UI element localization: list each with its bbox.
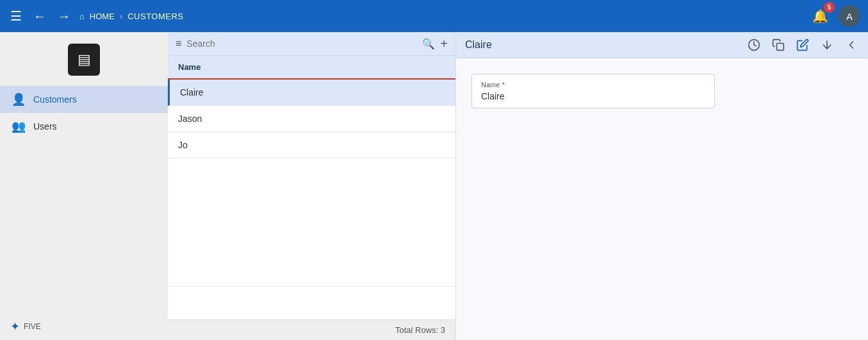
list-rows: Claire Jason Jo xyxy=(168,80,455,319)
list-footer: Total Rows: 3 xyxy=(168,319,455,340)
search-button[interactable]: 🔍 xyxy=(422,38,435,50)
home-icon: ⌂ xyxy=(79,12,85,21)
name-field-group: Name * Claire xyxy=(471,74,715,108)
svg-rect-1 xyxy=(777,44,784,51)
users-icon: 👥 xyxy=(12,119,26,133)
topbar-right: 🔔 5 A xyxy=(810,5,860,27)
save-icon xyxy=(821,38,833,51)
total-rows-label: Total Rows: 3 xyxy=(395,325,445,335)
list-item[interactable]: Claire xyxy=(168,80,455,106)
notification-wrapper: 🔔 5 xyxy=(810,6,831,26)
menu-button[interactable]: ☰ xyxy=(8,6,24,26)
detail-panel: Claire xyxy=(456,32,868,340)
name-field-value: Claire xyxy=(481,91,705,101)
list-column-header: Name xyxy=(168,56,455,80)
list-panel: ≡ 🔍 + Name Claire Jason Jo Total Rows: xyxy=(168,32,456,340)
sidebar-item-customers[interactable]: 👤 Customers xyxy=(0,86,168,113)
sidebar: ▤ 👤 Customers 👥 Users ✦ FIVE xyxy=(0,32,168,340)
logo-icon: ▤ xyxy=(78,51,91,68)
forward-icon: → xyxy=(58,9,70,24)
panels: ≡ 🔍 + Name Claire Jason Jo Total Rows: xyxy=(168,32,868,340)
list-item-empty xyxy=(168,158,455,287)
list-toolbar: ≡ 🔍 + xyxy=(168,32,455,56)
back-button[interactable]: ← xyxy=(31,6,49,26)
breadcrumb: ⌂ HOME › CUSTOMERS xyxy=(79,12,803,21)
notification-badge: 5 xyxy=(824,2,835,13)
copy-icon xyxy=(772,38,785,51)
five-logo-label: FIVE xyxy=(24,322,41,331)
filter-icon[interactable]: ≡ xyxy=(176,38,181,49)
sidebar-label-users: Users xyxy=(33,121,57,132)
edit-button[interactable] xyxy=(795,37,810,53)
add-record-button[interactable]: + xyxy=(440,37,448,50)
history-button[interactable] xyxy=(746,37,762,53)
page-title: CUSTOMERS xyxy=(127,12,183,21)
app-logo: ▤ xyxy=(68,44,100,76)
name-field-label: Name * xyxy=(481,81,705,89)
detail-body: Name * Claire xyxy=(456,58,868,340)
list-item-name: Jo xyxy=(178,140,188,150)
close-icon xyxy=(845,38,858,51)
sidebar-label-customers: Customers xyxy=(33,94,77,105)
search-input[interactable] xyxy=(186,38,417,49)
breadcrumb-separator: › xyxy=(120,12,122,21)
list-item[interactable]: Jo xyxy=(168,132,455,158)
home-label[interactable]: HOME xyxy=(90,12,115,21)
list-item[interactable]: Jason xyxy=(168,106,455,132)
copy-button[interactable] xyxy=(771,37,786,53)
sidebar-item-users[interactable]: 👥 Users xyxy=(0,113,168,140)
history-icon xyxy=(748,38,760,51)
list-item-name: Jason xyxy=(178,114,202,124)
sidebar-footer: ✦ FIVE xyxy=(0,313,51,340)
forward-button[interactable]: → xyxy=(55,6,73,26)
avatar-button[interactable]: A xyxy=(839,5,860,27)
list-item-name: Claire xyxy=(180,87,204,98)
main-layout: ▤ 👤 Customers 👥 Users ✦ FIVE ≡ 🔍 + Name xyxy=(0,32,868,340)
menu-icon: ☰ xyxy=(10,8,22,24)
edit-icon xyxy=(796,38,809,51)
five-logo-icon: ✦ xyxy=(10,319,20,334)
save-button[interactable] xyxy=(819,37,835,53)
customers-icon: 👤 xyxy=(12,92,26,106)
close-detail-button[interactable] xyxy=(844,37,859,53)
topbar: ☰ ← → ⌂ HOME › CUSTOMERS 🔔 5 A xyxy=(0,0,868,32)
back-icon: ← xyxy=(33,9,46,24)
detail-title: Claire xyxy=(465,39,737,51)
detail-toolbar: Claire xyxy=(456,32,868,58)
